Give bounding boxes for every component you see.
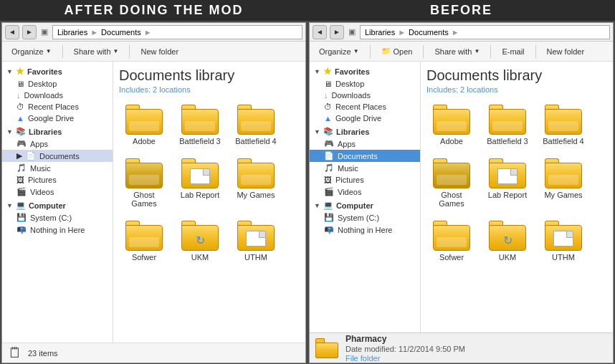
right-computer-header[interactable]: ▼ 💻 Computer bbox=[310, 199, 420, 211]
left-status-bar: 🗒 23 items bbox=[2, 343, 305, 363]
left-organize-label: Organize bbox=[11, 47, 44, 56]
left-address-bar: ◄ ► ▣ Libraries ► Documents ► bbox=[2, 23, 305, 42]
right-favorites-header[interactable]: ▼ ★ Favorites bbox=[310, 64, 420, 78]
fl-doc bbox=[497, 168, 518, 184]
left-sidebar-documents[interactable]: ▶ 📄 Documents bbox=[2, 150, 113, 162]
right-email-btn[interactable]: E-mail bbox=[497, 45, 529, 58]
left-address-path[interactable]: Libraries ► Documents ► bbox=[52, 25, 302, 39]
right-organize-btn[interactable]: Organize ▼ bbox=[314, 45, 364, 58]
left-folder-sofwer[interactable]: Sofwer bbox=[119, 217, 169, 265]
right-path-documents[interactable]: Documents bbox=[409, 28, 449, 37]
left-sharewith-btn[interactable]: Share with ▼ bbox=[69, 45, 124, 58]
left-desktop-label: Desktop bbox=[28, 80, 57, 88]
right-sidebar-nothing[interactable]: 📭 Nothing in Here bbox=[310, 224, 420, 236]
left-path-documents[interactable]: Documents bbox=[101, 28, 141, 37]
right-preview-type[interactable]: File folder bbox=[345, 354, 465, 363]
left-folder-uthm[interactable]: UTHM bbox=[231, 217, 281, 265]
right-sidebar-apps[interactable]: 🎮 Apps bbox=[310, 138, 420, 150]
left-folder-mygames[interactable]: My Games bbox=[231, 155, 281, 211]
right-path-libraries[interactable]: Libraries bbox=[365, 28, 395, 37]
right-folder-sofwer-label: Sofwer bbox=[439, 253, 464, 262]
right-sidebar-documents[interactable]: 📄 Documents bbox=[310, 150, 420, 162]
right-back-btn[interactable]: ◄ bbox=[313, 25, 327, 39]
right-folder-bf3-icon bbox=[489, 105, 526, 135]
left-folder-lab[interactable]: Lab Report bbox=[175, 155, 225, 211]
fl-doc bbox=[246, 231, 266, 246]
right-sidebar-videos[interactable]: 🎬 Videos bbox=[310, 186, 420, 198]
right-folder-bf4[interactable]: Battlefield 4 bbox=[538, 101, 588, 149]
right-lib-icon: 📚 bbox=[323, 127, 333, 136]
right-libraries-header[interactable]: ▼ 📚 Libraries bbox=[310, 125, 420, 138]
left-sidebar-pictures[interactable]: 🖼 Pictures bbox=[2, 174, 113, 186]
left-back-btn[interactable]: ◄ bbox=[5, 25, 19, 39]
left-pictures-label: Pictures bbox=[28, 176, 57, 184]
fl-shine bbox=[492, 121, 523, 131]
fl-body: ↻ bbox=[181, 225, 219, 251]
left-sidebar-nothing[interactable]: 📭 Nothing in Here bbox=[2, 224, 113, 236]
left-newfolder-btn[interactable]: New folder bbox=[135, 45, 183, 58]
right-sidebar-sysc[interactable]: 💾 System (C:) bbox=[310, 211, 420, 224]
left-sidebar-desktop[interactable]: 🖥 Desktop bbox=[2, 78, 113, 90]
right-folder-uthm[interactable]: UTHM bbox=[538, 217, 588, 265]
right-apps-icon: 🎮 bbox=[324, 139, 334, 148]
left-organize-btn[interactable]: Organize ▼ bbox=[6, 45, 57, 58]
right-library-subtitle[interactable]: Includes: 2 locations bbox=[426, 85, 607, 94]
fl-body bbox=[489, 109, 526, 135]
left-folder-bf4[interactable]: Battlefield 4 bbox=[231, 101, 281, 149]
left-sidebar-recent[interactable]: ⏱ Recent Places bbox=[2, 101, 113, 112]
right-sidebar-desktop[interactable]: 🖥 Desktop bbox=[310, 78, 420, 90]
right-sep-1 bbox=[370, 45, 371, 58]
right-sidebar-gdrive[interactable]: ▲ Google Drive bbox=[310, 112, 420, 124]
left-sidebar-music[interactable]: 🎵 Music bbox=[2, 162, 113, 174]
fl-body bbox=[433, 225, 470, 251]
left-folder-mygames-icon bbox=[237, 158, 275, 188]
left-favorites-header[interactable]: ▼ ★ Favorites bbox=[2, 64, 113, 78]
left-sidebar-gdrive[interactable]: ▲ Google Drive bbox=[2, 112, 113, 124]
left-folder-adobe[interactable]: Adobe bbox=[119, 101, 169, 149]
right-folder-ukm[interactable]: ↻ UKM bbox=[482, 217, 533, 265]
left-folder-ukm[interactable]: ↻ UKM bbox=[175, 217, 225, 265]
right-videos-icon: 🎬 bbox=[324, 187, 334, 196]
left-folder-ghost[interactable]: Ghost Games bbox=[119, 155, 169, 211]
right-comp-arrow: ▼ bbox=[314, 202, 320, 209]
left-file-area: Documents library Includes: 2 locations … bbox=[113, 62, 305, 343]
left-sidebar-sysc[interactable]: 💾 System (C:) bbox=[2, 211, 113, 224]
right-preview-bar: Pharmacy Date modified: 11/2/2014 9:50 P… bbox=[310, 332, 613, 363]
right-folder-sofwer[interactable]: Sofwer bbox=[426, 217, 477, 265]
left-library-subtitle[interactable]: Includes: 2 locations bbox=[119, 85, 300, 94]
left-sep1: ► bbox=[90, 28, 98, 37]
right-forward-btn[interactable]: ► bbox=[330, 25, 344, 39]
left-libraries-header[interactable]: ▼ 📚 Libraries bbox=[2, 125, 113, 138]
right-newfolder-btn[interactable]: New folder bbox=[542, 45, 590, 58]
right-sidebar-music[interactable]: 🎵 Music bbox=[310, 162, 420, 174]
left-forward-btn[interactable]: ► bbox=[22, 25, 37, 39]
left-comp-label: Computer bbox=[29, 201, 66, 210]
right-folder-ghost[interactable]: Ghost Games bbox=[426, 155, 477, 211]
right-gdrive-label: Google Drive bbox=[335, 114, 381, 123]
right-address-path[interactable]: Libraries ► Documents ► bbox=[360, 25, 610, 39]
left-sidebar-apps[interactable]: 🎮 Apps bbox=[2, 138, 113, 150]
left-computer-header[interactable]: ▼ 💻 Computer bbox=[2, 199, 113, 211]
right-preview-meta: Date modified: 11/2/2014 9:50 PM bbox=[345, 345, 465, 353]
right-sep-3 bbox=[490, 45, 491, 58]
left-path-libraries[interactable]: Libraries bbox=[57, 28, 87, 37]
right-open-btn[interactable]: 📁 Open bbox=[376, 44, 418, 58]
right-folder-bf3[interactable]: Battlefield 3 bbox=[482, 101, 533, 149]
right-folder-mygames[interactable]: My Games bbox=[538, 155, 588, 211]
left-sidebar-downloads[interactable]: ↓ Downloads bbox=[2, 90, 113, 101]
left-favorites-section: ▼ ★ Favorites 🖥 Desktop ↓ Downloads ⏱ bbox=[2, 64, 113, 124]
right-folder-adobe[interactable]: Adobe bbox=[426, 101, 477, 149]
left-folder-bf4-icon bbox=[237, 105, 275, 135]
left-recent-icon: ⏱ bbox=[16, 102, 24, 111]
right-folder-lab[interactable]: Lab Report bbox=[482, 155, 533, 211]
left-sidebar-videos[interactable]: 🎬 Videos bbox=[2, 186, 113, 198]
right-sharewith-btn[interactable]: Share with ▼ bbox=[429, 45, 485, 58]
left-folder-bf3-icon bbox=[181, 105, 219, 135]
right-sep1: ► bbox=[398, 28, 406, 37]
right-sidebar-downloads[interactable]: ↓ Downloads bbox=[310, 90, 420, 101]
right-sidebar-pictures[interactable]: 🖼 Pictures bbox=[310, 174, 420, 186]
right-sidebar-recent[interactable]: ⏱ Recent Places bbox=[310, 101, 420, 112]
left-folder-bf3[interactable]: Battlefield 3 bbox=[175, 101, 225, 149]
right-folder-bf4-label: Battlefield 4 bbox=[543, 137, 583, 145]
left-pictures-icon: 🖼 bbox=[16, 176, 24, 184]
